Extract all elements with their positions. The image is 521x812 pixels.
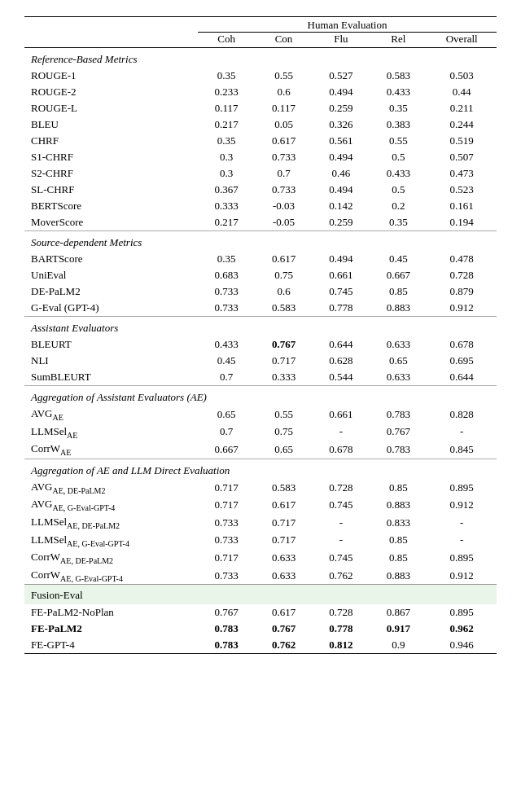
metric-value-overall: 0.912 [427,496,497,514]
section-header: Source-dependent Metrics [24,231,497,252]
metric-value-flu: 0.745 [313,549,370,567]
metric-value-flu: 0.628 [313,353,370,369]
table-row: ROUGE-20.2330.60.4940.4330.44 [24,84,497,100]
metric-value-rel: 0.65 [370,353,427,369]
section-header: Assistant Evaluators [24,317,497,337]
metric-value-coh: 0.117 [198,100,255,116]
metric-name: BERTScore [24,198,198,214]
metric-value-coh: 0.35 [198,133,255,149]
metric-value-overall: - [427,514,497,532]
metric-value-overall: 0.507 [427,149,497,165]
section-title: Fusion-Eval [24,585,497,605]
metric-value-flu: - [313,532,370,550]
metric-value-flu: 0.644 [313,336,370,353]
metric-value-con: 0.117 [255,100,312,116]
section-header: Reference-Based Metrics [24,48,497,68]
metric-name: LLMSelAE, DE-PaLM2 [24,514,198,532]
metric-value-rel: 0.55 [370,133,427,149]
table-row: S2-CHRF0.30.70.460.4330.473 [24,165,497,182]
metric-name: G-Eval (GPT-4) [24,300,198,317]
empty-header [24,17,198,33]
metric-name: SumBLEURT [24,369,198,386]
metric-value-overall: 0.478 [427,251,497,267]
metric-value-flu: 0.544 [313,369,370,386]
metric-value-rel: 0.85 [370,549,427,567]
metric-value-rel: 0.85 [370,283,427,300]
metric-value-overall: 0.503 [427,68,497,84]
metric-value-con: 0.717 [255,353,312,369]
metric-value-coh: 0.767 [198,604,255,621]
metric-value-con: 0.583 [255,300,312,317]
metric-value-rel: 0.2 [370,198,427,214]
metric-value-rel: 0.35 [370,214,427,231]
metric-value-rel: 0.85 [370,532,427,550]
metric-value-rel: 0.667 [370,267,427,283]
metric-name: DE-PaLM2 [24,283,198,300]
metric-value-flu: 0.762 [313,567,370,585]
metric-value-flu: - [313,514,370,532]
metric-value-flu: 0.728 [313,604,370,621]
table-row: UniEval0.6830.750.6610.6670.728 [24,267,497,283]
metric-value-con: 0.717 [255,532,312,550]
section-header: Aggregation of Assistant Evaluators (AE) [24,386,497,406]
metric-value-overall: - [427,532,497,550]
metric-value-con: 0.617 [255,496,312,514]
metric-value-overall: 0.44 [427,84,497,100]
metric-name: UniEval [24,267,198,283]
metric-value-con: 0.55 [255,406,312,424]
table-row: BLEU0.2170.050.3260.3830.244 [24,116,497,133]
metric-value-overall: 0.644 [427,369,497,386]
metric-name: LLMSelAE [24,424,198,441]
table-row: AVGAE, DE-PaLM20.7170.5830.7280.850.895 [24,479,497,497]
metric-name: AVGAE, DE-PaLM2 [24,479,198,497]
metric-value-overall: 0.678 [427,336,497,353]
metric-value-coh: 0.233 [198,84,255,100]
metric-value-con: 0.583 [255,479,312,497]
metric-value-flu: - [313,424,370,441]
coh-header: Coh [198,33,255,48]
metric-value-coh: 0.783 [198,621,255,637]
evaluation-table: Human Evaluation Coh Con Flu Rel Overall… [24,16,497,654]
metric-value-rel: 0.833 [370,514,427,532]
metric-col-header [24,33,198,48]
metric-value-con: 0.767 [255,336,312,353]
metric-value-flu: 0.812 [313,637,370,654]
metric-name: BLEURT [24,336,198,353]
metric-name: BLEU [24,116,198,133]
metric-name: SL-CHRF [24,182,198,198]
table-row: BLEURT0.4330.7670.6440.6330.678 [24,336,497,353]
metric-name: ROUGE-2 [24,84,198,100]
metric-value-con: 0.733 [255,182,312,198]
metric-value-flu: 0.494 [313,84,370,100]
metric-value-coh: 0.733 [198,514,255,532]
metric-value-con: 0.633 [255,549,312,567]
metric-value-con: 0.05 [255,116,312,133]
rel-header: Rel [370,33,427,48]
metric-value-coh: 0.733 [198,567,255,585]
metric-value-coh: 0.3 [198,149,255,165]
section-title: Source-dependent Metrics [24,231,497,252]
table-row: NLI0.450.7170.6280.650.695 [24,353,497,369]
section-header: Aggregation of AE and LLM Direct Evaluat… [24,459,497,479]
metric-name: FE-GPT-4 [24,637,198,654]
table-row: AVGAE0.650.550.6610.7830.828 [24,406,497,424]
metric-value-coh: 0.733 [198,283,255,300]
table-row: CHRF0.350.6170.5610.550.519 [24,133,497,149]
metric-value-con: 0.617 [255,251,312,267]
table-row: S1-CHRF0.30.7330.4940.50.507 [24,149,497,165]
metric-value-coh: 0.717 [198,549,255,567]
table-row: CorrWAE, DE-PaLM20.7170.6330.7450.850.89… [24,549,497,567]
metric-value-con: 0.762 [255,637,312,654]
metric-name: FE-PaLM2-NoPlan [24,604,198,621]
section-header: Fusion-Eval [24,585,497,605]
metric-name: AVGAE, G-Eval-GPT-4 [24,496,198,514]
metric-name: S2-CHRF [24,165,198,182]
metric-value-overall: 0.895 [427,549,497,567]
metric-value-coh: 0.733 [198,300,255,317]
metric-value-rel: 0.35 [370,100,427,116]
metric-value-overall: - [427,424,497,441]
table-body: Reference-Based MetricsROUGE-10.350.550.… [24,48,497,654]
table-row: LLMSelAE0.70.75-0.767- [24,424,497,441]
metric-value-rel: 0.783 [370,406,427,424]
metric-value-rel: 0.433 [370,165,427,182]
